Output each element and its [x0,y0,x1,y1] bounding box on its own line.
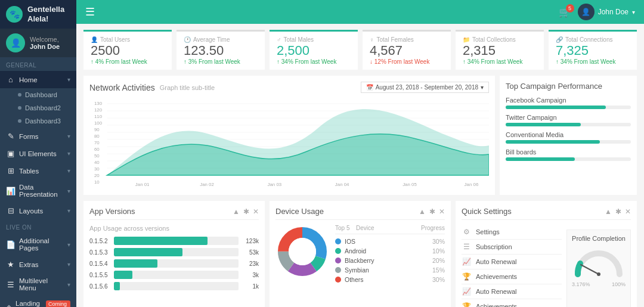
app-versions-header: App Versions ▲ ✱ ✕ [89,207,259,220]
sidebar: 🐾 Gentelella Alela! 👤 Welcome, John Doe … [0,0,76,307]
device-row-others: Others 30% [335,276,445,283]
multilevel-icon: ☰ [6,280,16,289]
others-dot [335,277,341,283]
menu-toggle-button[interactable]: ☰ [85,5,95,18]
stat-value: 2500 [91,43,165,58]
campaign-item-facebook: Facebook Campaign [506,97,631,109]
device-row-blackberry: Blackberry 20% [335,257,445,264]
collapse-icon[interactable]: ▲ [605,207,612,216]
additional-label: Additional Pages [19,237,64,252]
sidebar-subitem-dashboard[interactable]: Dashboard [0,88,76,101]
layouts-label: Layouts [19,207,64,215]
sidebar-item-layouts[interactable]: ⊟ Layouts ▾ [0,202,76,219]
config-icon[interactable]: ✱ [429,207,435,216]
qs-subscription[interactable]: ☰ Subscription [462,240,562,255]
stat-total-females: ♀ Total Females 4,567 ↓ 12% From last We… [363,30,451,70]
notification-button[interactable]: 🛒 5 [559,7,571,18]
sidebar-item-landing[interactable]: ◈ Landing Page Coming Soon [0,296,76,307]
qs-settings[interactable]: ⚙ Settings [462,225,562,240]
svg-text:Jan 05: Jan 05 [402,182,417,187]
stat-value: 4,567 [370,43,444,58]
quick-settings-widget: Quick Settings ▲ ✱ ✕ ⚙ Settings [456,201,637,307]
close-icon[interactable]: ✕ [253,207,259,216]
forms-label: Forms [19,133,64,140]
sidebar-item-multilevel[interactable]: ☰ Multilevel Menu ▾ [0,273,76,296]
extras-icon: ★ [6,260,16,269]
connections-icon: 🔗 [556,36,563,43]
widget-controls: ▲ ✱ ✕ [233,207,259,216]
sidebar-subitem-dashboard3[interactable]: Dashboard3 [0,114,76,128]
svg-text:70: 70 [94,140,100,145]
config-icon[interactable]: ✱ [615,207,621,216]
topbar-chevron-icon: ▾ [632,9,635,15]
qs-achievements-1[interactable]: 🏆 Achievements [462,269,562,284]
device-row-ios: IOS 30% [335,238,445,245]
svg-text:Jan 06: Jan 06 [465,182,479,187]
close-icon[interactable]: ✕ [625,207,631,216]
config-icon[interactable]: ✱ [243,207,249,216]
qs-achievements-2[interactable]: 🏆 Achievements [462,299,562,307]
pc-min-label: 3.176% [572,281,590,287]
sidebar-item-data-presentation[interactable]: 📊 Data Presentation ▾ [0,179,76,202]
mid-row: Network Activities Graph title sub-title… [83,76,637,195]
avatar: 👤 [6,33,25,52]
sidebar-item-forms[interactable]: ✎ Forms ▾ [0,128,76,145]
svg-text:Jan 01: Jan 01 [135,182,150,187]
stat-value: 2,500 [277,43,351,58]
collapse-icon[interactable]: ▲ [419,207,426,216]
widget-controls: ▲ ✱ ✕ [605,207,631,216]
stat-label: ♀ Total Females [370,36,444,43]
app-row-0154: 0.1.5.4 23k [89,259,259,268]
sidebar-item-extras[interactable]: ★ Extras ▾ [0,256,76,273]
device-row-android: Android 10% [335,247,445,255]
multilevel-arrow: ▾ [67,281,70,288]
topbar-username: John Doe [598,8,628,16]
stat-change: ↑ 34% From last Week [556,58,630,65]
live-section-label: LIVE ON [0,219,76,233]
date-range-button[interactable]: 📅 August 23, 2018 - September 20, 2018 ▾ [361,82,489,93]
main-content: ☰ 🛒 5 👤 John Doe ▾ 👤 Total Users 2500 [76,0,644,307]
svg-text:30: 30 [94,166,100,172]
collapse-icon[interactable]: ▲ [233,207,240,216]
qs-auto-renewal-2[interactable]: 📈 Auto Renewal [462,284,562,299]
device-usage-title: Device Usage [275,207,324,216]
stat-total-males: ♂ Total Males 2,500 ↑ 34% From last Week [270,30,358,70]
layouts-icon: ⊟ [6,206,16,215]
network-chart-section: Network Activities Graph title sub-title… [83,76,495,195]
sidebar-item-ui-elements[interactable]: ▣ UI Elements ▾ [0,145,76,162]
username-label: John Doe [30,43,60,50]
sidebar-item-tables[interactable]: ⊞ Tables ▾ [0,162,76,179]
android-dot [335,248,341,254]
campaign-item-conventional: Conventional Media [506,131,631,144]
app-versions-widget: App Versions ▲ ✱ ✕ App Usage across vers… [83,201,265,307]
app-version-subtitle: App Usage across versions [89,225,259,232]
additional-arrow: ▾ [67,241,70,248]
sidebar-item-additional-pages[interactable]: 📄 Additional Pages ▾ [0,233,76,256]
svg-text:40: 40 [94,160,100,165]
sidebar-item-home[interactable]: ⌂ Home ▾ [0,71,76,88]
svg-text:Jan 02: Jan 02 [200,182,214,187]
pc-max-label: 100% [612,281,626,287]
topbar-icons: 🛒 5 👤 John Doe ▾ [559,4,635,20]
topbar-user-menu[interactable]: 👤 John Doe ▾ [578,4,635,20]
ios-dot [335,238,341,244]
home-icon: ⌂ [6,75,16,84]
chart-header: Network Activities Graph title sub-title… [89,82,489,93]
svg-text:Jan 04: Jan 04 [335,182,349,187]
svg-text:20: 20 [94,173,100,178]
collections-icon: 📁 [463,36,470,43]
users-icon: 👤 [91,36,98,43]
stat-total-users: 👤 Total Users 2500 ↑ 4% From last Week [83,30,172,70]
campaign-title: Top Campaign Performance [506,82,631,91]
stat-value: 7,325 [556,43,630,58]
female-icon: ♀ [370,36,374,43]
sidebar-subitem-dashboard2[interactable]: Dashboard2 [0,101,76,114]
campaign-item-billboards: Bill boards [506,148,631,161]
qs-auto-renewal-1[interactable]: 📈 Auto Renewal [462,255,562,269]
stat-label: 📁 Total Collections [463,36,537,43]
close-icon[interactable]: ✕ [439,207,445,216]
stat-label: 🔗 Total Connections [556,36,630,43]
chart-title: Network Activities [89,83,155,92]
campaign-section: Top Campaign Performance Facebook Campai… [500,76,637,195]
topbar-avatar: 👤 [578,4,595,20]
